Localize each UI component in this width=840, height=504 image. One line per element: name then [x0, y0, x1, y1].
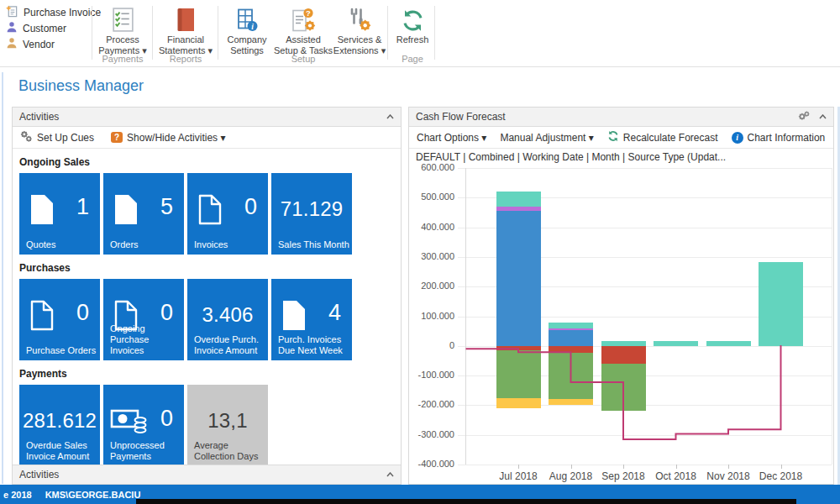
cue-value: 4	[328, 300, 341, 326]
vendor-label: Vendor	[23, 39, 55, 50]
cue-label: Purch. Invoices Due Next Week	[278, 334, 349, 356]
show-hide-activities-label: Show/Hide Activities ▾	[127, 132, 225, 144]
cue-label: Purchase Orders	[26, 345, 97, 356]
activities-toolbar: Set Up Cues ? Show/Hide Activities ▾	[13, 127, 401, 149]
cue-value: 0	[160, 300, 173, 326]
tile-row: 1Quotes5Orders0Invoices71.129Sales This …	[19, 173, 401, 255]
activities-footer-label: Activities	[19, 469, 59, 480]
recalculate-forecast-label: Recalculate Forecast	[623, 132, 718, 144]
ribbon-separator	[434, 6, 435, 60]
customer-button[interactable]: Customer	[6, 20, 101, 36]
cue-tile: 13,1Average Collection Days	[187, 385, 268, 466]
purchase-invoice-button[interactable]: Purchase Invoice	[6, 4, 101, 20]
refresh-small-icon	[607, 130, 619, 144]
cash-flow-chart: 600.000500.000400.000300.000200.000100.0…	[409, 162, 833, 485]
gears-icon	[20, 130, 33, 145]
ribbon-group-payments: Process Payments ▾ Payments	[94, 0, 151, 67]
process-payments-button[interactable]: Process Payments ▾	[95, 0, 150, 56]
ribbon-separator	[387, 6, 388, 60]
section-title: Purchases	[19, 262, 401, 274]
ribbon: Purchase Invoice Customer Vendor	[0, 0, 840, 67]
bottom-window-edge	[136, 499, 796, 504]
banknote-icon	[110, 407, 149, 440]
ribbon-separator	[152, 6, 153, 60]
cue-tile[interactable]: 0Ongoing Purchase Invoices	[103, 279, 184, 360]
activities-panel-header: Activities	[13, 108, 401, 127]
activities-footer-header: Activities	[13, 465, 401, 484]
cue-label: Average Collection Days	[194, 440, 265, 462]
manual-adjustment-label: Manual Adjustment ▾	[500, 132, 593, 144]
cue-value: 71.129	[271, 197, 352, 221]
set-up-cues-button[interactable]: Set Up Cues	[20, 130, 94, 145]
recalculate-forecast-button[interactable]: Recalculate Forecast	[607, 130, 718, 144]
cue-label: Orders	[110, 239, 181, 250]
cue-value: 0	[244, 194, 257, 220]
cue-value: 3.406	[187, 303, 268, 327]
cue-value: 0	[160, 406, 173, 432]
services-extensions-button[interactable]: Services & Extensions ▾	[333, 0, 386, 56]
ribbon-quick-actions: Purchase Invoice Customer Vendor	[6, 4, 101, 52]
cue-label: Invoices	[194, 239, 265, 250]
group-label-setup: Setup	[220, 54, 386, 64]
doc-filled-icon	[113, 194, 139, 228]
left-scroll-edge	[2, 72, 3, 484]
financial-statements-button[interactable]: Financial Statements ▾	[155, 0, 217, 56]
cue-sections: Ongoing Sales1Quotes5Orders0Invoices71.1…	[13, 156, 401, 466]
ribbon-separator	[218, 6, 218, 60]
show-hide-activities-button[interactable]: ? Show/Hide Activities ▾	[111, 132, 225, 144]
activities-header-label: Activities	[19, 111, 59, 123]
cue-value: 281.612	[19, 409, 100, 433]
cue-tile[interactable]: 0Invoices	[187, 173, 268, 255]
refresh-button[interactable]: Refresh	[390, 0, 435, 45]
business-manager-window: Purchase Invoice Customer Vendor	[0, 0, 840, 504]
section-title: Payments	[19, 368, 401, 380]
financial-statements-icon	[155, 4, 217, 34]
page-title: Business Manager	[18, 77, 144, 95]
cue-tile[interactable]: 3.406Overdue Purch. Invoice Amount	[187, 279, 268, 360]
question-bubble-icon: ?	[111, 132, 123, 143]
cue-tile[interactable]: 0Purchase Orders	[19, 279, 100, 360]
assisted-setup-label-1: Assisted	[274, 34, 333, 45]
cue-tile[interactable]: 5Orders	[103, 173, 184, 255]
vendor-button[interactable]: Vendor	[6, 36, 101, 52]
svg-text:i: i	[251, 23, 254, 31]
activities-panel: Activities Set Up Cues ? Show/Hide Activ…	[12, 107, 402, 485]
cue-tile[interactable]: 281.612Overdue Sales Invoice Amount	[19, 385, 100, 466]
chart-information-button[interactable]: i Chart Information	[732, 132, 826, 144]
collapse-cash-flow-icon[interactable]	[819, 114, 827, 119]
forecast-line	[409, 162, 833, 485]
set-up-cues-label: Set Up Cues	[37, 132, 94, 144]
chart-information-label: Chart Information	[748, 132, 826, 144]
cue-value: 1	[76, 194, 89, 220]
customer-label: Customer	[23, 23, 66, 34]
cue-label: Quotes	[26, 239, 97, 250]
cue-tile[interactable]: 4Purch. Invoices Due Next Week	[271, 279, 352, 360]
info-icon: i	[732, 132, 743, 144]
assisted-setup-tasks-button[interactable]: ? Assisted Setup & Tasks	[274, 0, 333, 56]
refresh-label: Refresh	[390, 34, 435, 45]
group-label-page: Page	[390, 54, 435, 64]
cue-tile[interactable]: 71.129Sales This Month	[271, 173, 352, 255]
company-settings-label-1: Company	[220, 34, 274, 45]
collapse-activities-icon[interactable]	[386, 114, 394, 119]
ribbon-group-page: Refresh Page	[390, 0, 435, 67]
cue-tile[interactable]: 0Unprocessed Payments	[103, 385, 184, 466]
collapse-activities-footer-icon[interactable]	[386, 472, 394, 477]
manual-adjustment-button[interactable]: Manual Adjustment ▾	[500, 132, 593, 144]
purchase-invoice-label: Purchase Invoice	[24, 7, 101, 18]
company-settings-icon: i	[220, 4, 274, 34]
chart-options-button[interactable]: Chart Options ▾	[417, 132, 486, 144]
chart-options-label: Chart Options ▾	[417, 132, 486, 144]
ribbon-group-setup: i Company Settings ? Assisted Setup & Ta…	[220, 0, 386, 67]
doc-outline-icon	[197, 194, 223, 228]
cue-tile[interactable]: 1Quotes	[19, 173, 100, 255]
company-settings-button[interactable]: i Company Settings	[220, 0, 274, 56]
process-payments-label-1: Process	[95, 34, 150, 45]
part-settings-icon[interactable]	[798, 111, 811, 123]
doc-filled-icon	[29, 194, 55, 228]
cash-flow-toolbar: Chart Options ▾ Manual Adjustment ▾ Reca…	[409, 127, 833, 149]
vendor-person-icon	[6, 37, 18, 51]
customer-person-icon	[6, 21, 18, 35]
cue-label: Unprocessed Payments	[110, 440, 181, 462]
services-extensions-icon	[333, 4, 386, 34]
